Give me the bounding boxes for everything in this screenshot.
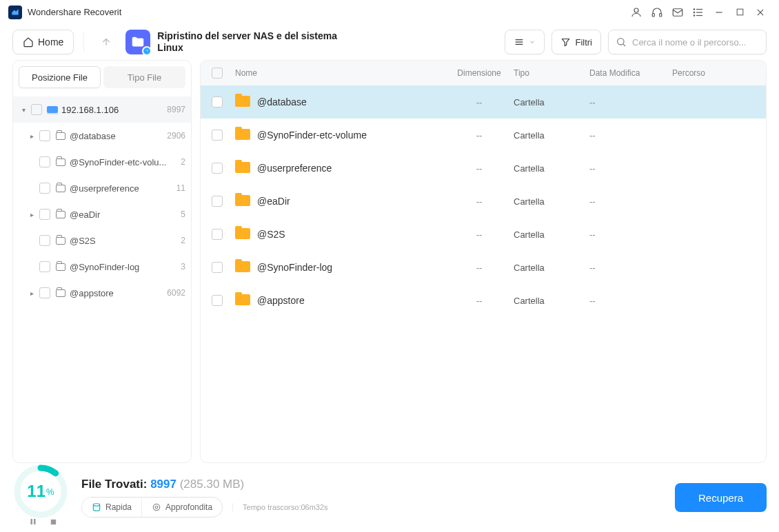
- recover-button[interactable]: Recupera: [675, 483, 767, 512]
- disk-icon: [92, 502, 101, 512]
- table-row[interactable]: @database -- Cartella --: [201, 85, 766, 119]
- checkbox[interactable]: [39, 287, 50, 298]
- svg-point-21: [93, 504, 99, 507]
- app-logo: [8, 6, 22, 19]
- maximize-icon[interactable]: [729, 2, 750, 23]
- checkbox[interactable]: [39, 183, 50, 194]
- account-icon[interactable]: [626, 2, 647, 23]
- row-date: --: [589, 296, 672, 306]
- table-row[interactable]: @S2S -- Cartella --: [201, 218, 766, 251]
- row-type: Cartella: [514, 296, 589, 306]
- chevron-right-icon[interactable]: ▸: [26, 289, 38, 297]
- col-path[interactable]: Percorso: [672, 68, 755, 78]
- sidebar: Posizione File Tipo File ▾ 192.168.1.106…: [12, 60, 192, 463]
- checkbox[interactable]: [31, 104, 42, 115]
- table-row[interactable]: @userpreference -- Cartella --: [201, 152, 766, 185]
- row-checkbox[interactable]: [212, 196, 223, 207]
- search-input[interactable]: [632, 37, 759, 48]
- svg-rect-1: [652, 13, 654, 17]
- checkbox[interactable]: [39, 261, 50, 272]
- search-box[interactable]: [608, 30, 767, 54]
- col-type[interactable]: Tipo: [514, 68, 589, 78]
- col-size[interactable]: Dimensione: [445, 68, 514, 78]
- row-checkbox[interactable]: [212, 96, 223, 108]
- tree-item-count: 6092: [163, 288, 185, 298]
- pause-button[interactable]: [29, 517, 37, 528]
- folder-icon: [235, 162, 250, 174]
- table-row[interactable]: @SynoFinder-log -- Cartella --: [201, 251, 766, 284]
- stop-button[interactable]: [50, 517, 57, 528]
- row-date: --: [589, 196, 672, 207]
- tree-item-name: @S2S: [70, 236, 176, 246]
- table-row[interactable]: @SynoFinder-etc-volume -- Cartella --: [201, 119, 766, 152]
- row-checkbox[interactable]: [212, 130, 223, 141]
- tree-item-count: 11: [172, 183, 185, 193]
- tree-item-count: 3: [176, 262, 185, 272]
- target-icon: [152, 502, 161, 512]
- tab-position[interactable]: Posizione File: [19, 66, 101, 88]
- folder-outline-icon: [54, 237, 67, 245]
- chevron-down-icon[interactable]: ▾: [17, 106, 30, 114]
- tree-item[interactable]: ▸ @appstore 6092: [13, 280, 191, 306]
- row-checkbox[interactable]: [212, 295, 223, 306]
- tab-type[interactable]: Tipo File: [103, 66, 185, 88]
- row-checkbox[interactable]: [212, 262, 223, 273]
- row-name: @eaDir: [257, 196, 445, 207]
- svg-rect-25: [34, 519, 36, 524]
- checkbox[interactable]: [39, 235, 50, 246]
- tree-item[interactable]: @SynoFinder-log 3: [13, 254, 191, 280]
- list-icon[interactable]: [688, 2, 709, 23]
- row-checkbox[interactable]: [212, 163, 223, 174]
- home-button[interactable]: Home: [12, 30, 74, 54]
- arrow-up-icon: [101, 37, 112, 48]
- row-date: --: [589, 163, 672, 174]
- table-row[interactable]: @appstore -- Cartella --: [201, 284, 766, 317]
- chevron-right-icon[interactable]: ▸: [26, 211, 38, 218]
- mode-deep[interactable]: Approfondita: [141, 498, 222, 517]
- folder-outline-icon: [54, 158, 67, 166]
- mode-quick[interactable]: Rapida: [82, 498, 141, 517]
- tree-item-name: @SynoFinder-log: [70, 262, 176, 272]
- minimize-icon[interactable]: [709, 2, 729, 23]
- folder-icon: [235, 294, 250, 307]
- elapsed-time: Tempo trascorso:06m32s: [232, 503, 328, 511]
- view-button[interactable]: [505, 30, 545, 54]
- row-type: Cartella: [514, 196, 589, 207]
- col-date[interactable]: Data Modifica: [589, 68, 672, 78]
- row-size: --: [445, 229, 514, 240]
- tree-item[interactable]: @SynoFinder-etc-volu... 2: [13, 149, 191, 175]
- found-block: File Trovati: 8997 (285.30 MB) Rapida Ap…: [81, 478, 675, 518]
- row-name: @S2S: [257, 229, 445, 240]
- mail-icon[interactable]: [667, 2, 688, 23]
- tree-item[interactable]: @userpreference 11: [13, 175, 191, 201]
- home-icon: [23, 37, 34, 48]
- headset-icon[interactable]: [647, 2, 667, 23]
- filter-button[interactable]: Filtri: [552, 30, 601, 54]
- svg-rect-11: [737, 9, 743, 15]
- row-name: @appstore: [257, 295, 445, 306]
- progress-percent: 11: [27, 482, 45, 501]
- up-button[interactable]: [94, 30, 119, 54]
- tree-item[interactable]: @S2S 2: [13, 227, 191, 254]
- table-header: Nome Dimensione Tipo Data Modifica Perco…: [201, 61, 766, 85]
- tree-item[interactable]: ▸ @eaDir 5: [13, 201, 191, 227]
- col-name[interactable]: Nome: [235, 68, 445, 78]
- separator: [83, 32, 84, 52]
- tree-root[interactable]: ▾ 192.168.1.106 8997: [13, 96, 191, 123]
- drive-icon: [46, 106, 59, 113]
- row-type: Cartella: [514, 229, 589, 240]
- checkbox[interactable]: [39, 130, 50, 141]
- close-icon[interactable]: [750, 2, 771, 23]
- tree-item[interactable]: ▸ @database 2906: [13, 123, 191, 149]
- search-icon: [616, 37, 627, 48]
- mode-row: Rapida Approfondita Tempo trascorso:06m3…: [81, 497, 675, 518]
- row-checkbox[interactable]: [212, 229, 223, 240]
- folder-icon: [235, 228, 250, 241]
- chevron-right-icon[interactable]: ▸: [26, 132, 38, 140]
- mode-deep-label: Approfondita: [165, 502, 212, 512]
- checkbox[interactable]: [39, 209, 50, 220]
- checkbox[interactable]: [39, 156, 50, 167]
- folder-icon: [235, 129, 250, 141]
- table-row[interactable]: @eaDir -- Cartella --: [201, 185, 766, 218]
- select-all-checkbox[interactable]: [212, 68, 223, 79]
